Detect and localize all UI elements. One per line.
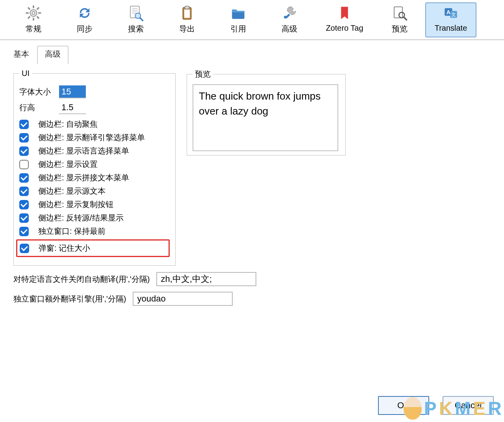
preferences-toolbar: 常规 同步 搜索 导出 引用 高级 Zotero Tag 预览 <box>0 0 504 40</box>
line-height-input[interactable] <box>59 101 86 114</box>
svg-text:文: 文 <box>451 12 456 17</box>
svg-point-9 <box>32 12 35 15</box>
tab-sync[interactable]: 同步 <box>59 2 110 39</box>
check-row: 侧边栏: 显示设置 <box>19 159 170 170</box>
svg-line-7 <box>37 7 39 9</box>
ok-button[interactable]: OK <box>378 396 429 415</box>
font-size-input[interactable] <box>59 85 86 98</box>
svg-text:A: A <box>447 9 450 15</box>
bookmark-icon <box>336 5 353 21</box>
gear-icon <box>25 5 42 21</box>
checkbox[interactable] <box>19 146 29 156</box>
preview-group: 预览 The quick brown fox jumps over a lazy… <box>187 69 346 155</box>
dialog-buttons: OK Cancel <box>378 396 494 415</box>
check-row: 侧边栏: 显示翻译引擎选择菜单 <box>19 132 170 143</box>
preview-legend: 预览 <box>193 69 213 80</box>
checkbox[interactable] <box>19 213 29 223</box>
svg-line-22 <box>404 17 407 20</box>
check-label: 侧边栏: 显示复制按钮 <box>38 199 113 210</box>
check-label: 侧边栏: 反转源/结果显示 <box>38 213 124 223</box>
check-row: 独立窗口: 保持最前 <box>19 226 170 237</box>
disable-lang-input[interactable] <box>156 272 256 286</box>
checkbox[interactable] <box>19 227 29 236</box>
tab-translate[interactable]: A文 Translate <box>425 2 476 37</box>
page-mag-icon <box>391 5 408 21</box>
subtab-advanced[interactable]: 高级 <box>37 46 69 64</box>
ui-legend: UI <box>19 69 32 78</box>
tab-cite[interactable]: 引用 <box>213 2 264 39</box>
check-row: 侧边栏: 显示复制按钮 <box>19 199 170 210</box>
svg-rect-18 <box>185 6 189 9</box>
folder-icon <box>230 5 246 21</box>
check-row: 侧边栏: 自动聚焦 <box>19 119 170 130</box>
check-row: 弹窗: 记住大小 <box>16 239 170 257</box>
sync-icon <box>76 5 93 21</box>
svg-rect-17 <box>184 9 190 18</box>
extra-engine-label: 独立窗口额外翻译引擎(用','分隔) <box>13 294 126 304</box>
tab-advanced-label: 高级 <box>282 24 297 33</box>
tab-preview-label: 预览 <box>392 24 408 33</box>
font-size-label: 字体大小 <box>19 87 54 97</box>
cancel-button[interactable]: Cancel <box>443 396 494 415</box>
tab-zoterotag[interactable]: Zotero Tag <box>315 2 374 37</box>
check-label: 侧边栏: 自动聚焦 <box>38 119 98 130</box>
line-height-label: 行高 <box>19 102 54 113</box>
tab-export[interactable]: 导出 <box>161 2 213 39</box>
check-label: 侧边栏: 显示翻译引擎选择菜单 <box>38 132 145 143</box>
tab-search[interactable]: 搜索 <box>110 2 161 39</box>
extra-engine-input[interactable] <box>133 292 233 306</box>
tab-translate-label: Translate <box>435 24 467 32</box>
search-doc-icon <box>128 5 144 21</box>
tab-preview[interactable]: 预览 <box>374 2 425 39</box>
clipboard-icon <box>179 5 195 21</box>
translate-icon: A文 <box>443 5 459 21</box>
subtab-basic[interactable]: 基本 <box>6 46 37 64</box>
svg-line-8 <box>28 17 30 19</box>
tools-icon <box>281 5 298 21</box>
check-label: 侧边栏: 显示语言选择菜单 <box>38 146 129 156</box>
check-row: 侧边栏: 反转源/结果显示 <box>19 213 170 223</box>
checkbox[interactable] <box>20 244 29 253</box>
tab-zoterotag-label: Zotero Tag <box>326 24 363 32</box>
check-row: 侧边栏: 显示源文本 <box>19 186 170 196</box>
checkbox[interactable] <box>19 120 29 129</box>
svg-point-19 <box>284 16 287 19</box>
check-label: 弹窗: 记住大小 <box>39 243 90 254</box>
disable-lang-label: 对特定语言文件关闭自动翻译(用','分隔) <box>13 274 150 285</box>
tab-search-label: 搜索 <box>128 24 144 33</box>
tab-sync-label: 同步 <box>77 24 93 33</box>
checkbox[interactable] <box>19 200 29 209</box>
tab-advanced[interactable]: 高级 <box>264 2 315 39</box>
settings-panel: UI 字体大小 行高 侧边栏: 自动聚焦侧边栏: 显示翻译引擎选择菜单侧边栏: … <box>0 64 504 306</box>
tab-general[interactable]: 常规 <box>8 2 59 39</box>
ui-group: UI 字体大小 行高 侧边栏: 自动聚焦侧边栏: 显示翻译引擎选择菜单侧边栏: … <box>13 69 176 266</box>
check-label: 侧边栏: 显示拼接文本菜单 <box>38 172 129 183</box>
checkbox[interactable] <box>19 187 29 196</box>
tab-cite-label: 引用 <box>230 24 246 33</box>
svg-line-15 <box>140 18 143 20</box>
preview-text: The quick brown fox jumps over a lazy do… <box>193 84 338 151</box>
checkbox[interactable] <box>19 133 29 143</box>
tab-general-label: 常规 <box>26 24 41 33</box>
svg-line-5 <box>28 7 30 9</box>
check-label: 侧边栏: 显示源文本 <box>38 186 106 196</box>
check-row: 侧边栏: 显示拼接文本菜单 <box>19 172 170 183</box>
check-label: 独立窗口: 保持最前 <box>38 226 106 237</box>
checkbox[interactable] <box>19 173 29 183</box>
tab-export-label: 导出 <box>179 24 195 33</box>
check-label: 侧边栏: 显示设置 <box>38 159 98 170</box>
check-row: 侧边栏: 显示语言选择菜单 <box>19 146 170 156</box>
subtabs: 基本 高级 <box>0 46 504 64</box>
checkbox[interactable] <box>19 160 29 169</box>
svg-line-6 <box>37 17 39 19</box>
